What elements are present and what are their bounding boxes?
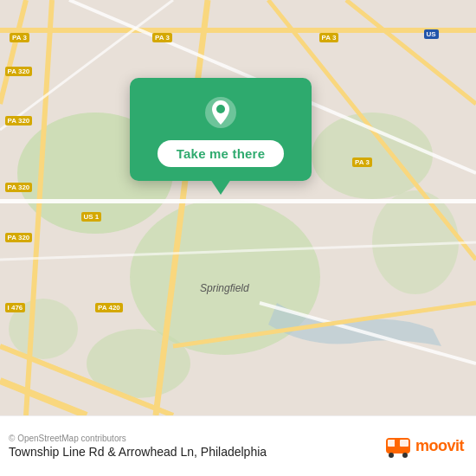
- moovit-logo: moovit: [384, 433, 464, 460]
- route-badge-pa3-1: PA 3: [10, 33, 29, 42]
- route-badge-pa420: PA 420: [95, 303, 123, 312]
- svg-point-22: [216, 105, 225, 113]
- map-view: PA 3 PA 3 PA 3 PA 3 PA 320 PA 320 PA 320…: [0, 0, 476, 415]
- route-badge-pa320-1: PA 320: [5, 67, 33, 76]
- route-badge-us1: US 1: [81, 212, 102, 222]
- route-badge-i476: I 476: [5, 303, 26, 312]
- moovit-bus-icon: [384, 433, 412, 460]
- svg-point-26: [389, 453, 394, 458]
- svg-point-27: [402, 453, 408, 458]
- take-me-there-button[interactable]: Take me there: [158, 140, 284, 167]
- route-badge-pa320-3: PA 320: [5, 183, 33, 192]
- moovit-label: moovit: [415, 437, 464, 455]
- svg-rect-12: [0, 199, 476, 203]
- svg-rect-25: [400, 440, 408, 447]
- springfield-label: Springfield: [200, 282, 249, 294]
- bottom-bar: © OpenStreetMap contributors Township Li…: [0, 415, 476, 476]
- route-badge-pa3-4: PA 3: [352, 158, 372, 167]
- location-pin-icon: [202, 93, 240, 132]
- route-badge-pa320-2: PA 320: [5, 116, 33, 125]
- route-badge-pa3-2: PA 3: [152, 33, 172, 42]
- bottom-info: © OpenStreetMap contributors Township Li…: [9, 434, 267, 459]
- route-badge-us: US: [424, 29, 439, 39]
- location-text: Township Line Rd & Arrowhead Ln, Philade…: [9, 445, 267, 459]
- route-badge-pa320-4: PA 320: [5, 233, 33, 242]
- location-popup: Take me there: [130, 78, 312, 181]
- copyright-text: © OpenStreetMap contributors: [9, 434, 267, 443]
- svg-rect-28: [395, 440, 399, 450]
- svg-rect-7: [0, 28, 476, 33]
- route-badge-pa3-3: PA 3: [319, 33, 339, 42]
